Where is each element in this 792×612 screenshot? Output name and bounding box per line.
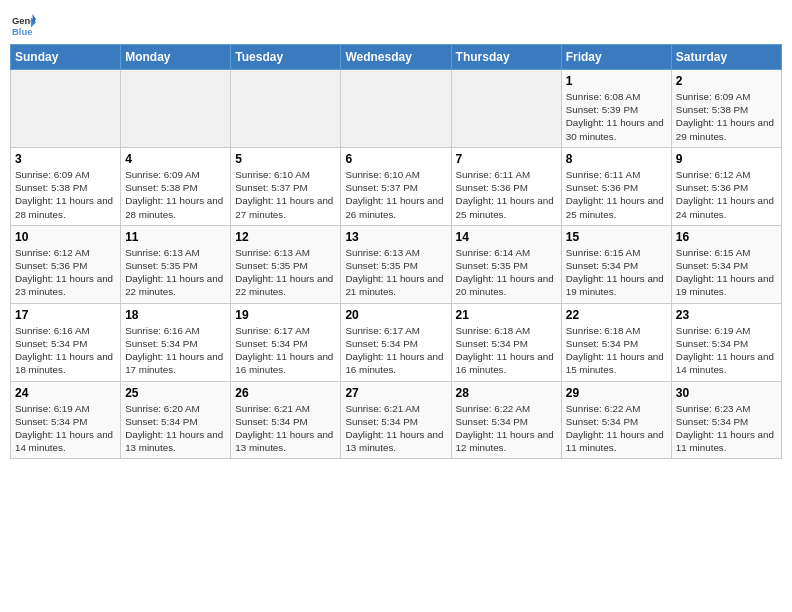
day-number: 10 <box>15 230 116 244</box>
logo: General Blue <box>10 14 40 38</box>
day-number: 8 <box>566 152 667 166</box>
calendar-cell: 16Sunrise: 6:15 AM Sunset: 5:34 PM Dayli… <box>671 225 781 303</box>
weekday-header: Thursday <box>451 45 561 70</box>
day-number: 13 <box>345 230 446 244</box>
day-number: 20 <box>345 308 446 322</box>
day-info: Sunrise: 6:17 AM Sunset: 5:34 PM Dayligh… <box>345 324 446 377</box>
calendar-cell: 15Sunrise: 6:15 AM Sunset: 5:34 PM Dayli… <box>561 225 671 303</box>
day-number: 26 <box>235 386 336 400</box>
day-info: Sunrise: 6:15 AM Sunset: 5:34 PM Dayligh… <box>566 246 667 299</box>
calendar-cell: 17Sunrise: 6:16 AM Sunset: 5:34 PM Dayli… <box>11 303 121 381</box>
calendar-cell: 20Sunrise: 6:17 AM Sunset: 5:34 PM Dayli… <box>341 303 451 381</box>
day-info: Sunrise: 6:19 AM Sunset: 5:34 PM Dayligh… <box>15 402 116 455</box>
day-number: 2 <box>676 74 777 88</box>
day-info: Sunrise: 6:18 AM Sunset: 5:34 PM Dayligh… <box>566 324 667 377</box>
day-info: Sunrise: 6:12 AM Sunset: 5:36 PM Dayligh… <box>676 168 777 221</box>
day-number: 25 <box>125 386 226 400</box>
calendar-cell: 11Sunrise: 6:13 AM Sunset: 5:35 PM Dayli… <box>121 225 231 303</box>
svg-text:Blue: Blue <box>12 26 32 37</box>
calendar-cell: 27Sunrise: 6:21 AM Sunset: 5:34 PM Dayli… <box>341 381 451 459</box>
weekday-header: Saturday <box>671 45 781 70</box>
day-number: 28 <box>456 386 557 400</box>
calendar-cell: 8Sunrise: 6:11 AM Sunset: 5:36 PM Daylig… <box>561 147 671 225</box>
day-number: 11 <box>125 230 226 244</box>
calendar-cell: 26Sunrise: 6:21 AM Sunset: 5:34 PM Dayli… <box>231 381 341 459</box>
calendar-cell: 24Sunrise: 6:19 AM Sunset: 5:34 PM Dayli… <box>11 381 121 459</box>
day-number: 17 <box>15 308 116 322</box>
calendar-cell <box>341 70 451 148</box>
calendar-table: SundayMondayTuesdayWednesdayThursdayFrid… <box>10 44 782 459</box>
calendar-cell: 10Sunrise: 6:12 AM Sunset: 5:36 PM Dayli… <box>11 225 121 303</box>
day-info: Sunrise: 6:22 AM Sunset: 5:34 PM Dayligh… <box>456 402 557 455</box>
day-number: 24 <box>15 386 116 400</box>
calendar-cell <box>11 70 121 148</box>
day-number: 30 <box>676 386 777 400</box>
day-info: Sunrise: 6:08 AM Sunset: 5:39 PM Dayligh… <box>566 90 667 143</box>
calendar-cell <box>451 70 561 148</box>
calendar-cell: 13Sunrise: 6:13 AM Sunset: 5:35 PM Dayli… <box>341 225 451 303</box>
calendar-cell: 19Sunrise: 6:17 AM Sunset: 5:34 PM Dayli… <box>231 303 341 381</box>
day-info: Sunrise: 6:13 AM Sunset: 5:35 PM Dayligh… <box>125 246 226 299</box>
day-number: 14 <box>456 230 557 244</box>
day-number: 5 <box>235 152 336 166</box>
day-number: 18 <box>125 308 226 322</box>
day-number: 1 <box>566 74 667 88</box>
day-info: Sunrise: 6:14 AM Sunset: 5:35 PM Dayligh… <box>456 246 557 299</box>
day-info: Sunrise: 6:09 AM Sunset: 5:38 PM Dayligh… <box>15 168 116 221</box>
header: General Blue <box>10 10 782 38</box>
day-number: 19 <box>235 308 336 322</box>
calendar-cell: 9Sunrise: 6:12 AM Sunset: 5:36 PM Daylig… <box>671 147 781 225</box>
calendar-cell: 23Sunrise: 6:19 AM Sunset: 5:34 PM Dayli… <box>671 303 781 381</box>
day-info: Sunrise: 6:13 AM Sunset: 5:35 PM Dayligh… <box>345 246 446 299</box>
day-info: Sunrise: 6:23 AM Sunset: 5:34 PM Dayligh… <box>676 402 777 455</box>
day-info: Sunrise: 6:17 AM Sunset: 5:34 PM Dayligh… <box>235 324 336 377</box>
calendar-week-row: 3Sunrise: 6:09 AM Sunset: 5:38 PM Daylig… <box>11 147 782 225</box>
day-info: Sunrise: 6:11 AM Sunset: 5:36 PM Dayligh… <box>566 168 667 221</box>
day-number: 21 <box>456 308 557 322</box>
weekday-header: Friday <box>561 45 671 70</box>
weekday-header: Tuesday <box>231 45 341 70</box>
calendar-cell: 21Sunrise: 6:18 AM Sunset: 5:34 PM Dayli… <box>451 303 561 381</box>
weekday-row: SundayMondayTuesdayWednesdayThursdayFrid… <box>11 45 782 70</box>
day-number: 12 <box>235 230 336 244</box>
calendar-cell: 22Sunrise: 6:18 AM Sunset: 5:34 PM Dayli… <box>561 303 671 381</box>
calendar-cell: 5Sunrise: 6:10 AM Sunset: 5:37 PM Daylig… <box>231 147 341 225</box>
day-number: 22 <box>566 308 667 322</box>
day-info: Sunrise: 6:21 AM Sunset: 5:34 PM Dayligh… <box>345 402 446 455</box>
calendar-cell: 25Sunrise: 6:20 AM Sunset: 5:34 PM Dayli… <box>121 381 231 459</box>
calendar-cell: 18Sunrise: 6:16 AM Sunset: 5:34 PM Dayli… <box>121 303 231 381</box>
calendar-week-row: 24Sunrise: 6:19 AM Sunset: 5:34 PM Dayli… <box>11 381 782 459</box>
calendar-header: SundayMondayTuesdayWednesdayThursdayFrid… <box>11 45 782 70</box>
day-info: Sunrise: 6:19 AM Sunset: 5:34 PM Dayligh… <box>676 324 777 377</box>
calendar-cell: 7Sunrise: 6:11 AM Sunset: 5:36 PM Daylig… <box>451 147 561 225</box>
day-info: Sunrise: 6:16 AM Sunset: 5:34 PM Dayligh… <box>15 324 116 377</box>
logo-icon: General Blue <box>12 14 36 38</box>
calendar-cell <box>121 70 231 148</box>
calendar-cell: 30Sunrise: 6:23 AM Sunset: 5:34 PM Dayli… <box>671 381 781 459</box>
day-info: Sunrise: 6:09 AM Sunset: 5:38 PM Dayligh… <box>676 90 777 143</box>
day-number: 9 <box>676 152 777 166</box>
day-number: 3 <box>15 152 116 166</box>
weekday-header: Sunday <box>11 45 121 70</box>
day-number: 6 <box>345 152 446 166</box>
weekday-header: Wednesday <box>341 45 451 70</box>
calendar-cell: 29Sunrise: 6:22 AM Sunset: 5:34 PM Dayli… <box>561 381 671 459</box>
calendar-week-row: 1Sunrise: 6:08 AM Sunset: 5:39 PM Daylig… <box>11 70 782 148</box>
day-number: 27 <box>345 386 446 400</box>
day-number: 23 <box>676 308 777 322</box>
calendar-cell: 1Sunrise: 6:08 AM Sunset: 5:39 PM Daylig… <box>561 70 671 148</box>
weekday-header: Monday <box>121 45 231 70</box>
day-info: Sunrise: 6:22 AM Sunset: 5:34 PM Dayligh… <box>566 402 667 455</box>
calendar-week-row: 17Sunrise: 6:16 AM Sunset: 5:34 PM Dayli… <box>11 303 782 381</box>
day-info: Sunrise: 6:10 AM Sunset: 5:37 PM Dayligh… <box>235 168 336 221</box>
day-info: Sunrise: 6:18 AM Sunset: 5:34 PM Dayligh… <box>456 324 557 377</box>
day-info: Sunrise: 6:12 AM Sunset: 5:36 PM Dayligh… <box>15 246 116 299</box>
calendar-cell: 12Sunrise: 6:13 AM Sunset: 5:35 PM Dayli… <box>231 225 341 303</box>
day-info: Sunrise: 6:20 AM Sunset: 5:34 PM Dayligh… <box>125 402 226 455</box>
day-number: 29 <box>566 386 667 400</box>
calendar-week-row: 10Sunrise: 6:12 AM Sunset: 5:36 PM Dayli… <box>11 225 782 303</box>
day-number: 15 <box>566 230 667 244</box>
day-number: 16 <box>676 230 777 244</box>
calendar-cell: 6Sunrise: 6:10 AM Sunset: 5:37 PM Daylig… <box>341 147 451 225</box>
calendar-cell: 3Sunrise: 6:09 AM Sunset: 5:38 PM Daylig… <box>11 147 121 225</box>
